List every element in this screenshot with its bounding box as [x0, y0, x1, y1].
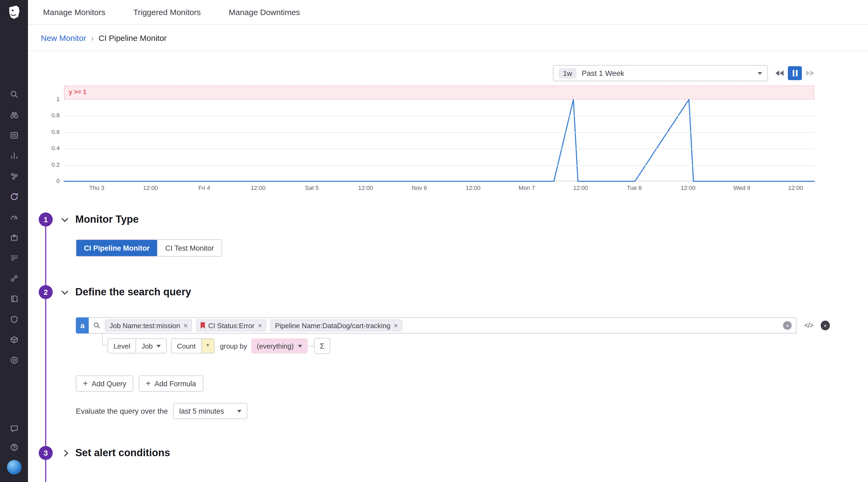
- user-avatar[interactable]: [7, 460, 21, 475]
- level-select[interactable]: Job: [135, 339, 166, 353]
- step-2-badge: 2: [39, 285, 53, 299]
- security-icon[interactable]: [8, 313, 20, 325]
- sigma-connector: [308, 345, 314, 346]
- x-axis-label: 12:00: [242, 184, 274, 191]
- chevron-right-icon[interactable]: [61, 449, 68, 456]
- breadcrumb: New Monitor › CI Pipeline Monitor: [28, 25, 868, 51]
- add-query-button[interactable]: + Add Query: [76, 375, 133, 392]
- step-1-badge: 1: [39, 212, 53, 227]
- chevron-down-icon: [298, 344, 302, 347]
- aggregation-row: Level Job Count * group: [107, 338, 868, 354]
- add-formula-label: Add Formula: [154, 380, 196, 388]
- close-icon[interactable]: ×: [258, 322, 262, 329]
- x-axis-label: Tue 8: [618, 184, 650, 191]
- target-icon[interactable]: [8, 354, 20, 366]
- help-icon[interactable]: [8, 441, 20, 453]
- close-icon[interactable]: ×: [394, 322, 398, 329]
- evaluate-text: Evaluate the query over the: [76, 407, 168, 415]
- x-axis-label: 12:00: [779, 184, 812, 191]
- monitors-icon[interactable]: [8, 211, 20, 223]
- service-map-icon[interactable]: [8, 272, 20, 284]
- option-ci-pipeline-monitor[interactable]: CI Pipeline Monitor: [76, 240, 157, 256]
- evaluate-window-select[interactable]: last 5 minutes: [173, 403, 247, 419]
- group-by-select[interactable]: (everything): [251, 338, 308, 354]
- close-icon[interactable]: ×: [183, 322, 188, 329]
- logs-icon[interactable]: [8, 252, 20, 264]
- sigma-button[interactable]: Σ: [314, 338, 330, 354]
- series-line: [64, 99, 814, 181]
- remove-query-icon[interactable]: ×: [821, 321, 830, 330]
- y-axis-label: 0.2: [40, 161, 60, 168]
- query-editor: a Job Name:test:mission ×: [76, 318, 868, 354]
- chat-icon[interactable]: [8, 422, 20, 434]
- level-label: Level: [108, 339, 135, 353]
- level-value: Job: [142, 342, 153, 350]
- query-letter-badge[interactable]: a: [76, 318, 89, 334]
- forward-button[interactable]: [806, 70, 814, 76]
- add-formula-button[interactable]: + Add Formula: [139, 375, 203, 392]
- monitor-type-toggle: CI Pipeline Monitor CI Test Monitor: [76, 239, 222, 257]
- x-axis-label: 12:00: [672, 184, 704, 191]
- tab-manage-downtimes[interactable]: Manage Downtimes: [228, 7, 300, 17]
- x-axis-label: 12:00: [457, 184, 489, 191]
- metrics-icon[interactable]: [8, 150, 20, 161]
- clear-query-icon[interactable]: ×: [783, 321, 792, 330]
- tab-triggered-monitors[interactable]: Triggered Monitors: [133, 7, 201, 17]
- step-monitor-type: 1 Monitor Type CI Pipeline Monitor CI Te…: [28, 212, 868, 257]
- datadog-logo[interactable]: [0, 0, 28, 25]
- time-range-label: Past 1 Week: [582, 69, 624, 78]
- ci-icon[interactable]: [8, 190, 20, 202]
- chevron-down-icon: [156, 344, 161, 347]
- integrations-icon[interactable]: [8, 231, 20, 243]
- x-axis-label: Sat 5: [296, 184, 328, 191]
- time-range-select[interactable]: 1w Past 1 Week: [553, 65, 768, 81]
- filter-chip-label: CI Status:Error: [208, 322, 254, 330]
- search-icon[interactable]: [8, 88, 20, 100]
- step-2-title: Define the search query: [75, 286, 191, 298]
- chevron-down-icon: [758, 72, 762, 74]
- y-axis-label: 0.8: [40, 112, 60, 119]
- step-1-title: Monitor Type: [75, 214, 139, 225]
- evaluate-row: Evaluate the query over the last 5 minut…: [76, 403, 868, 419]
- tab-manage-monitors[interactable]: Manage Monitors: [43, 7, 105, 17]
- y-axis-label: 1: [40, 96, 60, 102]
- chevron-down-icon: [237, 410, 241, 412]
- plus-icon: +: [146, 379, 151, 388]
- evaluate-window-value: last 5 minutes: [179, 407, 224, 415]
- apm-icon[interactable]: [8, 170, 20, 182]
- preview-chart: y >= 1 10.80.60.40.20 Thu 312:00Fri 412:…: [64, 86, 814, 195]
- filter-chip[interactable]: Pipeline Name:DataDog/cart-tracking ×: [271, 320, 403, 331]
- plus-icon: +: [83, 379, 88, 388]
- dashboards-icon[interactable]: [8, 129, 20, 141]
- code-view-icon[interactable]: </>: [804, 322, 813, 329]
- x-axis-label: Nov 6: [403, 184, 435, 191]
- add-query-label: Add Query: [92, 380, 126, 388]
- query-input[interactable]: [407, 319, 779, 332]
- x-axis-label: Thu 3: [81, 184, 113, 191]
- x-axis: Thu 312:00Fri 412:00Sat 512:00Nov 612:00…: [64, 183, 814, 195]
- filter-chip[interactable]: CI Status:Error ×: [196, 320, 266, 331]
- breadcrumb-new-monitor-link[interactable]: New Monitor: [41, 33, 86, 42]
- sidebar: [0, 0, 28, 482]
- filter-chip[interactable]: Job Name:test:mission ×: [105, 320, 192, 331]
- x-axis-label: Wed 9: [726, 184, 758, 191]
- x-axis-label: 12:00: [564, 184, 597, 191]
- filter-chip-label: Job Name:test:mission: [110, 322, 180, 330]
- y-axis-label: 0.6: [40, 128, 60, 135]
- breadcrumb-separator: ›: [91, 33, 94, 42]
- gridline: [64, 148, 814, 149]
- watchdog-icon[interactable]: [8, 109, 20, 121]
- y-axis-label: 0.4: [40, 145, 60, 151]
- step-3-title: Set alert conditions: [75, 447, 170, 459]
- pause-button[interactable]: [788, 66, 802, 80]
- chevron-down-icon[interactable]: [61, 288, 68, 294]
- notebooks-icon[interactable]: [8, 293, 20, 304]
- rewind-button[interactable]: [775, 70, 783, 76]
- query-search-bar[interactable]: Job Name:test:mission × CI Status:Error …: [89, 318, 797, 334]
- error-flag-icon: [200, 322, 205, 329]
- wildcard-field[interactable]: *: [201, 339, 214, 353]
- gridline: [64, 116, 814, 117]
- chevron-down-icon[interactable]: [61, 215, 68, 222]
- option-ci-test-monitor[interactable]: CI Test Monitor: [157, 240, 222, 256]
- packages-icon[interactable]: [8, 334, 20, 345]
